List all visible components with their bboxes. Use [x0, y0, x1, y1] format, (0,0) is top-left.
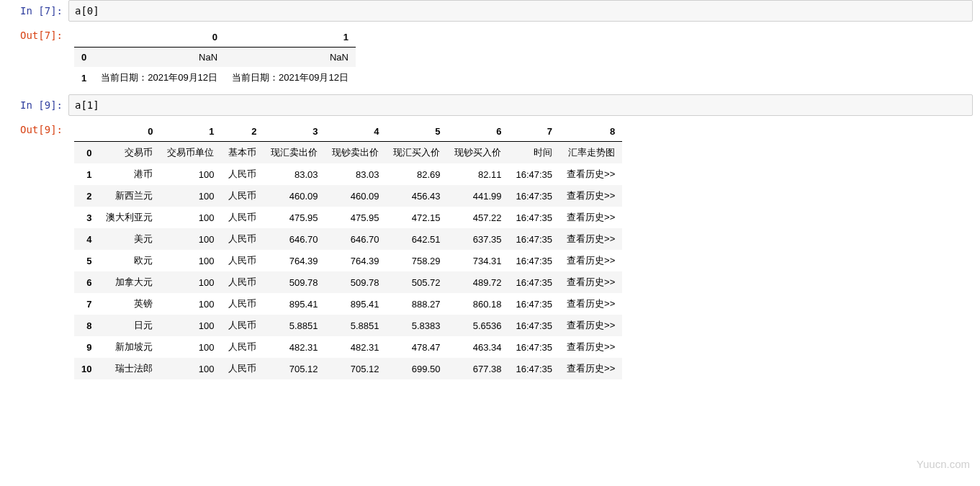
out-prompt: Out[9]:	[0, 119, 68, 382]
cell: 16:47:35	[508, 271, 559, 293]
cell: 895.41	[325, 293, 386, 315]
column-header: 1	[160, 122, 221, 142]
cell: 509.78	[264, 271, 325, 293]
cell: 5.8851	[325, 315, 386, 336]
row-index: 5	[74, 250, 99, 271]
cell: 478.47	[386, 336, 447, 358]
table-row: 3澳大利亚元100人民币475.95475.95472.15457.2216:4…	[74, 207, 622, 228]
cell: 查看历史>>	[559, 163, 622, 185]
column-header: 5	[386, 122, 447, 142]
cell: 新西兰元	[99, 185, 160, 207]
cell: 人民币	[221, 207, 264, 228]
cell: 16:47:35	[508, 250, 559, 271]
cell: 764.39	[325, 250, 386, 271]
cell: 日元	[99, 315, 160, 336]
output-area: 010NaNNaN1当前日期：2021年09月12日当前日期：2021年09月1…	[68, 24, 980, 91]
cell: 基本币	[221, 142, 264, 164]
row-index: 2	[74, 185, 99, 207]
cell: 新加坡元	[99, 336, 160, 358]
cell: 100	[160, 207, 221, 228]
in-prompt: In [9]:	[0, 94, 68, 116]
cell: 5.8851	[264, 315, 325, 336]
column-header: 4	[325, 122, 386, 142]
cell: NaN	[225, 48, 356, 68]
cell: 人民币	[221, 271, 264, 293]
cell: 人民币	[221, 358, 264, 379]
cell: 16:47:35	[508, 315, 559, 336]
cell: 100	[160, 293, 221, 315]
cell: 677.38	[447, 358, 508, 379]
cell: 509.78	[325, 271, 386, 293]
cell: 现汇卖出价	[264, 142, 325, 164]
cell: 100	[160, 271, 221, 293]
table-row: 8日元100人民币5.88515.88515.83835.653616:47:3…	[74, 315, 622, 336]
cell-out-7: Out[7]: 010NaNNaN1当前日期：2021年09月12日当前日期：2…	[0, 24, 980, 91]
cell: 100	[160, 185, 221, 207]
cell: 482.31	[325, 336, 386, 358]
code-input[interactable]: a[0]	[68, 0, 973, 22]
cell: 查看历史>>	[559, 271, 622, 293]
table-row: 1当前日期：2021年09月12日当前日期：2021年09月12日	[74, 67, 356, 89]
cell: 英镑	[99, 293, 160, 315]
column-header: 3	[264, 122, 325, 142]
row-index: 0	[74, 48, 94, 68]
cell-out-9: Out[9]: 0123456780交易币交易币单位基本币现汇卖出价现钞卖出价现…	[0, 119, 980, 382]
column-header	[74, 122, 99, 142]
column-header: 8	[559, 122, 622, 142]
column-header: 7	[508, 122, 559, 142]
cell: 交易币单位	[160, 142, 221, 164]
cell: 加拿大元	[99, 271, 160, 293]
cell: 888.27	[386, 293, 447, 315]
cell: 82.69	[386, 163, 447, 185]
cell: 860.18	[447, 293, 508, 315]
cell: 705.12	[264, 358, 325, 379]
cell: 现钞卖出价	[325, 142, 386, 164]
cell: 100	[160, 163, 221, 185]
cell: 5.6536	[447, 315, 508, 336]
code-input[interactable]: a[1]	[68, 94, 973, 116]
row-index: 1	[74, 67, 94, 89]
cell: 457.22	[447, 207, 508, 228]
cell: 505.72	[386, 271, 447, 293]
table-row: 2新西兰元100人民币460.09460.09456.43441.9916:47…	[74, 185, 622, 207]
cell: 463.34	[447, 336, 508, 358]
cell: 当前日期：2021年09月12日	[94, 67, 225, 89]
cell: 16:47:35	[508, 358, 559, 379]
cell: 当前日期：2021年09月12日	[225, 67, 356, 89]
cell: 16:47:35	[508, 336, 559, 358]
column-header: 0	[99, 122, 160, 142]
row-index: 10	[74, 358, 99, 379]
cell-in-9: In [9]: a[1]	[0, 94, 980, 116]
cell: 16:47:35	[508, 207, 559, 228]
row-index: 6	[74, 271, 99, 293]
cell: 100	[160, 336, 221, 358]
table-row: 4美元100人民币646.70646.70642.51637.3516:47:3…	[74, 228, 622, 250]
cell: 现钞买入价	[447, 142, 508, 164]
cell: 705.12	[325, 358, 386, 379]
cell: 时间	[508, 142, 559, 164]
cell: 汇率走势图	[559, 142, 622, 164]
cell: 查看历史>>	[559, 207, 622, 228]
cell: 441.99	[447, 185, 508, 207]
table-row: 7英镑100人民币895.41895.41888.27860.1816:47:3…	[74, 293, 622, 315]
table-row: 9新加坡元100人民币482.31482.31478.47463.3416:47…	[74, 336, 622, 358]
row-index: 9	[74, 336, 99, 358]
cell: 澳大利亚元	[99, 207, 160, 228]
cell: 瑞士法郎	[99, 358, 160, 379]
table-row: 10瑞士法郎100人民币705.12705.12699.50677.3816:4…	[74, 358, 622, 379]
cell: 查看历史>>	[559, 228, 622, 250]
table-row: 6加拿大元100人民币509.78509.78505.72489.7216:47…	[74, 271, 622, 293]
cell: 83.03	[325, 163, 386, 185]
cell: 472.15	[386, 207, 447, 228]
cell: 16:47:35	[508, 185, 559, 207]
cell: 人民币	[221, 228, 264, 250]
cell: 100	[160, 358, 221, 379]
cell: 交易币	[99, 142, 160, 164]
cell: 482.31	[264, 336, 325, 358]
cell: 人民币	[221, 250, 264, 271]
cell: 美元	[99, 228, 160, 250]
cell: 646.70	[325, 228, 386, 250]
column-header: 0	[94, 27, 225, 48]
cell: 642.51	[386, 228, 447, 250]
cell: 16:47:35	[508, 293, 559, 315]
